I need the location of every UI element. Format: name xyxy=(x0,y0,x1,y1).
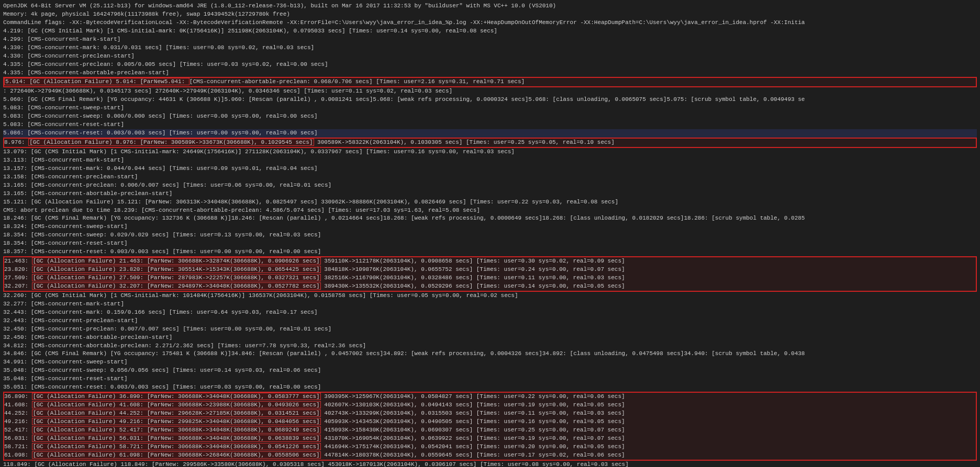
log-line: 13.157: [CMS-concurrent-mark: 0.044/0.04… xyxy=(3,165,977,173)
log-line: 4.335: [CMS-concurrent-abortable-preclea… xyxy=(3,69,977,77)
log-line: 118.849: [GC (Allocation Failure) 118.84… xyxy=(3,461,977,467)
log-line: 5.086: [CMS-concurrent-reset: 0.003/0.00… xyxy=(3,129,977,138)
gc-allocation-failure: [GC (Allocation Failure) 56.031: [ParNew… xyxy=(32,435,321,442)
gc-allocation-failure: [GC (Allocation Failure) 61.098: [ParNew… xyxy=(32,451,321,459)
log-line: 4.330: [CMS-concurrent-mark: 0.031/0.031… xyxy=(3,44,977,52)
gc-allocation-failure: [GC (Allocation Failure) 23.820: [ParNew… xyxy=(32,266,321,273)
gc-allocation-failure: [GC (Allocation Failure) 49.216: [ParNew… xyxy=(32,418,321,425)
log-line: 5.083: [CMS-concurrent-sweep-start] xyxy=(3,104,977,112)
gc-event-highlight: 5.014: [GC (Allocation Failure) 5.014: [… xyxy=(4,78,190,85)
log-line: 13.165: [CMS-concurrent-preclean: 0.006/… xyxy=(3,181,977,190)
log-line: 36.890: [GC (Allocation Failure) 36.890:… xyxy=(4,393,976,401)
gc-allocation-failure: [GC (Allocation Failure) 52.417: [ParNew… xyxy=(32,426,321,434)
log-line: 32.277: [CMS-concurrent-mark-start] xyxy=(3,300,977,309)
log-line: 32.443: [CMS-concurrent-preclean-start] xyxy=(3,317,977,325)
gc-allocation-failure: [GC (Allocation Failure) 21.463: [ParNew… xyxy=(32,257,321,265)
log-line: 49.216: [GC (Allocation Failure) 49.216:… xyxy=(4,418,976,426)
log-line: 21.463: [GC (Allocation Failure) 21.463:… xyxy=(4,257,976,266)
log-line: OpenJDK 64-Bit Server VM (25.112-b13) fo… xyxy=(3,2,977,10)
log-line: 35.048: [CMS-concurrent-sweep: 0.056/0.0… xyxy=(3,367,977,375)
gc-failure-prefix: 5.014: [GC (Allocation Failure) 5.014: [… xyxy=(3,77,977,87)
gc-allocation-failure: [GC (Allocation Failure) 44.252: [ParNew… xyxy=(32,409,321,417)
log-line: : 272640K->27949K(306688K), 0.0345173 se… xyxy=(3,87,977,96)
log-line: 32.443: [CMS-concurrent-mark: 0.159/0.16… xyxy=(3,309,977,317)
log-line: 34.846: [GC (CMS Final Remark) [YG occup… xyxy=(3,350,977,358)
log-line: 23.820: [GC (Allocation Failure) 23.820:… xyxy=(4,266,976,274)
gc-failure-group: 21.463: [GC (Allocation Failure) 21.463:… xyxy=(3,256,977,292)
log-line: 18.357: [CMS-concurrent-reset: 0.003/0.0… xyxy=(3,248,977,256)
gc-allocation-failure: [GC (Allocation Failure) 27.509: [ParNew… xyxy=(32,274,321,281)
log-line: 44.252: [GC (Allocation Failure) 44.252:… xyxy=(4,409,976,418)
log-line: CMS: abort preclean due to time 18.239: … xyxy=(3,207,977,215)
log-container: OpenJDK 64-Bit Server VM (25.112-b13) fo… xyxy=(0,0,980,467)
log-line: 13.113: [CMS-concurrent-mark-start] xyxy=(3,156,977,165)
gc-allocation-failure: [GC (Allocation Failure) 58.721: [ParNew… xyxy=(32,443,321,450)
log-line: 58.721: [GC (Allocation Failure) 58.721:… xyxy=(4,443,976,451)
log-line: 32.207: [GC (Allocation Failure) 32.207:… xyxy=(4,282,976,291)
log-line: 35.048: [CMS-concurrent-reset-start] xyxy=(3,375,977,383)
log-line: 5.060: [GC (CMS Final Remark) [YG occupa… xyxy=(3,96,977,104)
log-line: 32.450: [CMS-concurrent-preclean: 0.007/… xyxy=(3,325,977,334)
log-line: 32.260: [GC (CMS Initial Mark) [1 CMS-in… xyxy=(3,292,977,300)
log-line: CommandLine flags: -XX:-BytecodeVerifica… xyxy=(3,19,977,27)
log-line: 13.165: [CMS-concurrent-abortable-precle… xyxy=(3,190,977,198)
log-line: 18.246: [GC (CMS Final Remark) [YG occup… xyxy=(3,214,977,223)
gc-failure-group: 36.890: [GC (Allocation Failure) 36.890:… xyxy=(3,392,977,461)
log-line: 18.354: [CMS-concurrent-sweep: 0.029/0.0… xyxy=(3,231,977,240)
log-line: 4.219: [GC (CMS Initial Mark) [1 CMS-ini… xyxy=(3,27,977,36)
log-line: 5.083: [CMS-concurrent-reset-start] xyxy=(3,121,977,129)
log-line: 4.335: [CMS-concurrent-preclean: 0.005/0… xyxy=(3,61,977,69)
log-line: 27.509: [GC (Allocation Failure) 27.509:… xyxy=(4,274,976,282)
log-line: 34.991: [CMS-concurrent-sweep-start] xyxy=(3,358,977,367)
log-line: 35.051: [CMS-concurrent-reset: 0.003/0.0… xyxy=(3,383,977,392)
log-line: 13.158: [CMS-concurrent-preclean-start] xyxy=(3,173,977,181)
log-line: 18.354: [CMS-concurrent-reset-start] xyxy=(3,240,977,248)
log-line: 52.417: [GC (Allocation Failure) 52.417:… xyxy=(4,426,976,435)
gc-allocation-failure: [GC (Allocation Failure) 32.207: [ParNew… xyxy=(32,282,321,290)
log-line: 34.812: [CMS-concurrent-abortable-precle… xyxy=(3,342,977,350)
log-line: Memory: 4k page, physical 16424796k(1117… xyxy=(3,10,977,19)
log-line: 41.608: [GC (Allocation Failure) 41.608:… xyxy=(4,401,976,409)
log-line: 15.121: [GC (Allocation Failure) 15.121:… xyxy=(3,198,977,207)
log-line: 56.031: [GC (Allocation Failure) 56.031:… xyxy=(4,435,976,443)
log-line: 18.324: [CMS-concurrent-sweep-start] xyxy=(3,223,977,231)
log-line: 4.330: [CMS-concurrent-preclean-start] xyxy=(3,52,977,61)
log-line: 32.450: [CMS-concurrent-abortable-precle… xyxy=(3,334,977,342)
log-line: 4.299: [CMS-concurrent-mark-start] xyxy=(3,36,977,44)
log-line: 61.098: [GC (Allocation Failure) 61.098:… xyxy=(4,451,976,460)
gc-allocation-failure: [GC (Allocation Failure) 41.608: [ParNew… xyxy=(32,401,321,408)
gc-allocation-failure: [GC (Allocation Failure) 8.976: [ParNew:… xyxy=(28,139,314,146)
log-line: 8.976: [GC (Allocation Failure) 8.976: [… xyxy=(4,139,976,147)
log-line: 5.014: [GC (Allocation Failure) 5.014: [… xyxy=(4,78,976,86)
log-line: 5.083: [CMS-concurrent-sweep: 0.000/0.00… xyxy=(3,112,977,121)
log-line: 13.079: [GC (CMS Initial Mark) [1 CMS-in… xyxy=(3,148,977,156)
gc-failure-single: 8.976: [GC (Allocation Failure) 8.976: [… xyxy=(3,138,977,148)
gc-allocation-failure: [GC (Allocation Failure) 36.890: [ParNew… xyxy=(32,393,321,400)
